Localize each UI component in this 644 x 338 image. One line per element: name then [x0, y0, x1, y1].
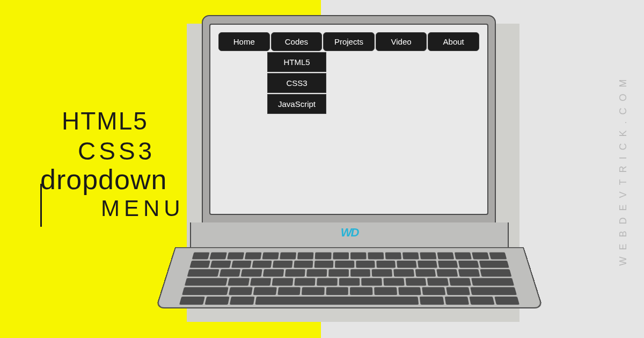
dropdown-item-javascript[interactable]: JavaScript — [267, 94, 326, 114]
nav-item-video[interactable]: Video — [376, 32, 427, 51]
title-line-menu: MENU — [101, 196, 185, 221]
nav-item-about[interactable]: About — [428, 32, 479, 51]
title-line-dropdown: dropdown — [40, 163, 185, 196]
laptop-keyboard — [179, 253, 519, 305]
navbar: Home Codes Projects Video About — [218, 32, 480, 51]
laptop-screen: Home Codes Projects Video About HTML5 CS… — [209, 24, 488, 215]
nav-item-home[interactable]: Home — [218, 32, 270, 51]
key-row — [179, 297, 519, 305]
key-row — [187, 269, 512, 277]
title-block: HTML5 CSS3 dropdown MENU — [40, 106, 185, 239]
key-row — [182, 287, 517, 295]
laptop-illustration: Home Codes Projects Video About HTML5 CS… — [175, 12, 524, 323]
laptop-screen-frame: Home Codes Projects Video About HTML5 CS… — [202, 15, 496, 224]
key-row — [189, 261, 509, 268]
title-line-html5: HTML5 — [62, 106, 185, 135]
laptop-keyboard-base — [156, 247, 543, 308]
watermark-text: WEBDEVTRICK.COM — [618, 73, 629, 265]
title-line-menu-wrap: MENU — [40, 196, 185, 239]
wd-logo: WD — [341, 226, 358, 240]
vertical-bar-icon — [40, 184, 42, 227]
dropdown-item-html5[interactable]: HTML5 — [267, 52, 326, 72]
key-row — [185, 278, 514, 285]
nav-item-codes[interactable]: Codes — [271, 32, 323, 51]
key-row — [192, 253, 507, 260]
dropdown-menu: HTML5 CSS3 JavaScript — [267, 52, 326, 114]
dropdown-item-css3[interactable]: CSS3 — [267, 73, 326, 93]
nav-item-projects[interactable]: Projects — [323, 32, 375, 51]
title-line-css3: CSS3 — [78, 136, 185, 166]
